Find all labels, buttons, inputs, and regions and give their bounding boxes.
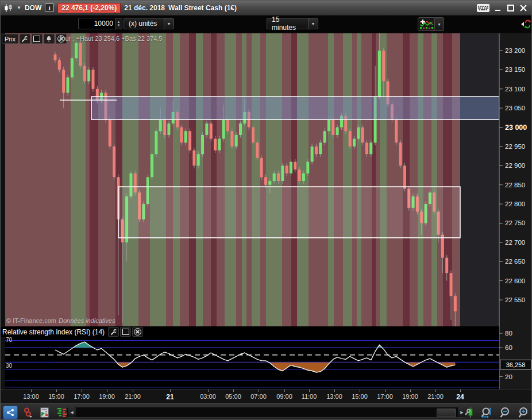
trend-band [328, 33, 334, 326]
candle-up [323, 131, 326, 142]
candle-up [302, 174, 305, 181]
candle-up [66, 78, 69, 93]
wrench-icon[interactable] [108, 327, 119, 337]
trend-band [203, 33, 211, 326]
drawn-zone-rectangle-1[interactable] [91, 97, 499, 120]
price-tick-label: 22 550 [505, 296, 525, 303]
symbol-dropdown-caret-icon[interactable]: ▼ [17, 5, 21, 10]
price-tick-label: 23 000 [505, 124, 527, 132]
time-tick [309, 390, 310, 392]
candle-down [54, 55, 57, 60]
minimize-button[interactable] [495, 5, 502, 11]
link-charts-button[interactable] [20, 406, 35, 419]
close-button[interactable] [520, 5, 527, 11]
scroll-left-arrow[interactable]: ◀ [68, 407, 76, 417]
time-tick-label: 19:00 [99, 393, 115, 400]
zoom-out-button[interactable] [498, 406, 513, 419]
price-axis[interactable]: 23 20023 15023 10023 05023 00022 95022 9… [499, 33, 532, 389]
rsi-tick-label: 60 [505, 344, 512, 351]
price-tick-label: 22 800 [505, 201, 525, 207]
price-tick-label: 22 650 [505, 258, 525, 265]
quantity-input[interactable] [78, 18, 115, 29]
trend-band [150, 33, 166, 326]
maximize-button[interactable] [507, 5, 514, 11]
candle-down [62, 70, 65, 93]
candle-up [239, 124, 242, 135]
trend-band [242, 33, 246, 326]
time-tick-label: 11:00 [302, 393, 317, 400]
candle-down [349, 131, 352, 147]
candle-down [382, 51, 385, 81]
drawn-zone-rectangle-2[interactable] [118, 187, 460, 238]
alert-bell-icon[interactable] [44, 34, 55, 44]
window-style-icon[interactable] [120, 327, 131, 337]
trend-band [452, 33, 460, 326]
trend-band [423, 33, 431, 326]
candle-down [214, 139, 217, 151]
chevron-down-icon[interactable]: ▼ [435, 17, 444, 31]
time-tick [460, 390, 461, 392]
candle-down [286, 165, 288, 173]
candle-down [163, 120, 166, 135]
candle-down [365, 142, 368, 154]
trend-band [246, 33, 252, 326]
quote-badge: 22 476,1 (-2,20%) [57, 3, 121, 13]
wrench-icon[interactable] [20, 34, 30, 44]
time-tick [31, 390, 32, 392]
time-tick [410, 390, 411, 392]
chevron-down-icon: ▼ [164, 18, 174, 29]
display-settings-button[interactable] [461, 406, 476, 419]
candle-down [315, 147, 318, 154]
zoom-in-button[interactable] [516, 406, 531, 419]
time-tick [82, 390, 82, 392]
price-tick-label: 22 600 [505, 278, 525, 284]
zoom-fit-button[interactable] [480, 406, 495, 419]
candle-up [201, 135, 204, 154]
units-dropdown[interactable]: (x) unités ▼ [124, 18, 174, 29]
candle-up [222, 120, 225, 138]
price-tick-label: 22 700 [505, 239, 525, 246]
rsi-value-badge: 36,258 [500, 360, 531, 369]
add-indicator-button[interactable] [418, 17, 435, 31]
copyright-text: © IT-Finance.com [6, 317, 56, 324]
side-panel-toggle-icon[interactable] [520, 17, 531, 32]
share-workspace-button[interactable] [3, 406, 18, 419]
news-button[interactable] [37, 406, 52, 419]
candlestick-chart-icon[interactable] [4, 4, 13, 12]
keyboard-icon[interactable] [477, 4, 489, 12]
candle-down [226, 120, 229, 131]
close-pane-icon[interactable] [132, 327, 143, 337]
symbol-label: DOW [25, 4, 41, 12]
scrollbar-thumb[interactable] [437, 409, 456, 417]
trend-band [410, 33, 418, 326]
timeframe-dropdown[interactable]: 15 minutes ▼ [267, 18, 318, 29]
trend-band [211, 33, 217, 326]
horizontal-scrollbar[interactable]: ◀ ▶ [67, 407, 467, 418]
candle-down [361, 128, 364, 143]
candle-down [298, 169, 301, 181]
quantity-stepper[interactable]: ▲▼ [115, 18, 122, 29]
candle-down [91, 70, 94, 88]
candle-down [113, 147, 115, 177]
time-tick-label: 05:00 [225, 393, 241, 400]
time-tick [56, 390, 57, 392]
candle-down [180, 128, 183, 143]
copyright-note: Données indicatives [59, 317, 115, 324]
candle-down [450, 273, 453, 296]
candle-up [151, 154, 153, 177]
instrument-label: Wall Street Cash (1€) [168, 4, 237, 12]
time-axis[interactable]: 13:0015:0017:0019:0021:002103:0005:0007:… [1, 389, 532, 403]
trend-band [173, 33, 180, 326]
candle-up [184, 131, 187, 142]
window-style-icon[interactable] [32, 34, 43, 44]
rsi-level-30-label: 30 [6, 363, 12, 369]
candle-down [260, 158, 263, 177]
candle-down [454, 296, 457, 311]
candle-up [71, 58, 74, 77]
price-chart-canvas[interactable]: 23 20023 15023 10023 05023 00022 95022 9… [1, 1, 532, 420]
candle-down [395, 120, 398, 142]
info-button[interactable]: i [45, 3, 54, 12]
trend-band [189, 33, 196, 326]
candle-up [327, 120, 330, 131]
candle-down [277, 174, 280, 181]
